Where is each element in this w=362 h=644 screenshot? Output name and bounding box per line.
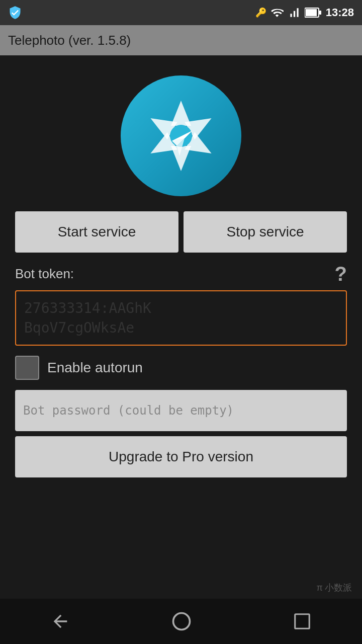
svg-rect-5	[295, 614, 310, 629]
home-icon	[170, 610, 193, 632]
start-service-button[interactable]: Start service	[15, 211, 178, 253]
watermark: π 小数派	[317, 582, 352, 594]
autorun-checkbox[interactable]	[15, 356, 39, 380]
bot-token-row: Bot token: ?	[15, 263, 347, 285]
status-time: 13:28	[326, 6, 354, 19]
signal-icon	[288, 6, 301, 19]
app-title: Telephoto (ver. 1.5.8)	[8, 33, 131, 48]
watermark-text: π	[317, 583, 323, 593]
help-icon[interactable]: ?	[335, 263, 347, 285]
service-buttons-row: Start service Stop service	[15, 211, 347, 253]
shield-icon	[8, 6, 22, 20]
main-content: Start service Stop service Bot token: ? …	[0, 55, 362, 488]
key-icon: 🔑	[255, 7, 266, 18]
logo-svg	[131, 86, 231, 186]
stop-service-button[interactable]: Stop service	[184, 211, 347, 253]
svg-rect-2	[319, 11, 321, 15]
svg-point-4	[173, 613, 190, 630]
recents-button[interactable]	[283, 607, 322, 636]
title-bar: Telephoto (ver. 1.5.8)	[0, 25, 362, 55]
autorun-row: Enable autorun	[15, 356, 347, 380]
battery-icon	[305, 7, 322, 18]
back-icon	[50, 611, 70, 631]
bot-token-input[interactable]: 276333314:AAGhK<span class="token-partia…	[15, 290, 347, 346]
autorun-label: Enable autorun	[47, 360, 143, 376]
app-logo	[121, 75, 241, 196]
recents-icon	[293, 612, 312, 631]
home-button[interactable]	[160, 605, 203, 637]
status-bar-right: 🔑 13:28	[255, 6, 354, 19]
bot-password-input[interactable]	[15, 390, 347, 431]
back-button[interactable]	[40, 606, 80, 636]
watermark-brand: 小数派	[325, 582, 352, 594]
status-bar: 🔑 13:28	[0, 0, 362, 25]
bottom-nav	[0, 599, 362, 644]
wifi-icon	[270, 6, 284, 19]
upgrade-button[interactable]: Upgrade to Pro version	[15, 436, 347, 477]
svg-rect-1	[306, 9, 317, 16]
bot-token-label: Bot token:	[15, 266, 74, 282]
status-bar-left	[8, 6, 22, 20]
